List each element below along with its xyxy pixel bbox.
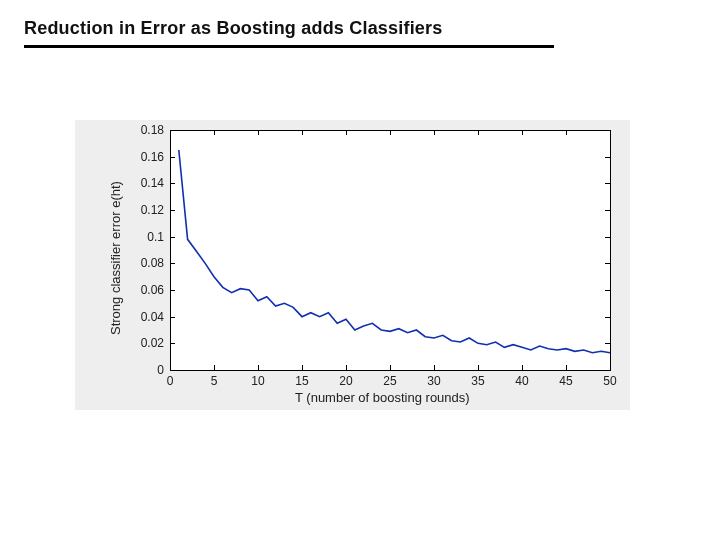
x-axis-label: T (number of boosting rounds) (295, 390, 470, 405)
y-tick-label: 0.18 (134, 123, 164, 137)
y-axis-label: Strong classifier error e(ht) (108, 181, 123, 335)
x-tick-label: 50 (600, 374, 620, 388)
title-underline (24, 45, 554, 48)
x-tick-label: 10 (248, 374, 268, 388)
x-tick-label: 40 (512, 374, 532, 388)
y-tick-label: 0.06 (134, 283, 164, 297)
x-tick-label: 20 (336, 374, 356, 388)
page-title: Reduction in Error as Boosting adds Clas… (24, 18, 554, 39)
y-tick-label: 0.08 (134, 256, 164, 270)
y-tick-label: 0.04 (134, 310, 164, 324)
y-tick-label: 0.02 (134, 336, 164, 350)
x-tick-label: 5 (204, 374, 224, 388)
chart: Strong classifier error e(ht) T (number … (75, 120, 630, 410)
x-tick-label: 35 (468, 374, 488, 388)
y-tick-label: 0.14 (134, 176, 164, 190)
x-tick-label: 45 (556, 374, 576, 388)
x-tick-label: 15 (292, 374, 312, 388)
y-tick-label: 0.12 (134, 203, 164, 217)
y-tick-label: 0.16 (134, 150, 164, 164)
y-tick-label: 0 (134, 363, 164, 377)
x-tick-label: 30 (424, 374, 444, 388)
y-tick-label: 0.1 (134, 230, 164, 244)
x-tick-label: 25 (380, 374, 400, 388)
